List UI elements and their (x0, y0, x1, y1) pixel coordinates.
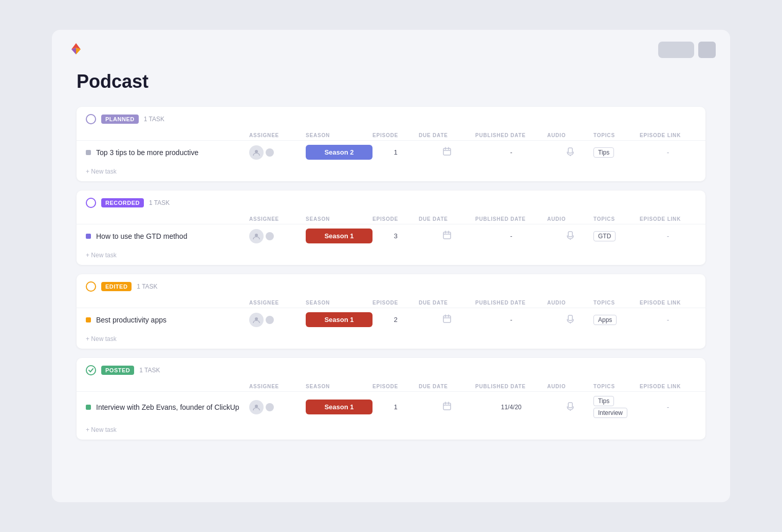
task-count-recorded: 1 TASK (149, 199, 170, 206)
col-header-due-date: DUE DATE (419, 132, 475, 138)
task-name-cell: Top 3 tips to be more productive (86, 148, 249, 157)
col-task-name (86, 384, 249, 389)
season-cell[interactable]: Season 1 (306, 312, 373, 327)
col-header-season: SEASON (306, 384, 373, 389)
season-cell[interactable]: Season 2 (306, 145, 373, 160)
section-edited: EDITED 1 TASK ASSIGNEESEASONEPISODEDUE D… (77, 274, 705, 349)
section-header-recorded: RECORDED 1 TASK (77, 191, 705, 208)
svg-rect-12 (568, 232, 572, 237)
topic-tag: Tips (593, 147, 614, 158)
col-header-due-date: DUE DATE (419, 300, 475, 306)
season-badge[interactable]: Season 1 (306, 400, 373, 414)
main-content: Podcast PLANNED 1 TASK ASSIGNEESEASONEPI… (52, 66, 730, 469)
new-task-button[interactable]: + New task (77, 331, 705, 349)
audio-cell[interactable] (547, 147, 593, 158)
season-cell[interactable]: Season 1 (306, 400, 373, 414)
due-date-cell[interactable] (419, 402, 475, 413)
season-cell[interactable]: Season 1 (306, 229, 373, 243)
topic-tag: Interview (593, 408, 627, 418)
col-header-assignee: ASSIGNEE (249, 132, 306, 138)
task-name: Interview with Zeb Evans, founder of Cli… (96, 403, 239, 411)
status-circle-planned (86, 114, 96, 124)
task-name: Top 3 tips to be more productive (96, 148, 198, 157)
settings-icon (266, 232, 274, 240)
topic-tag: Apps (593, 315, 617, 325)
col-header-episode-link: EPISODE LINK (640, 132, 696, 138)
assignee-cell[interactable] (249, 145, 306, 160)
calendar-icon (442, 231, 452, 242)
col-header-episode-link: EPISODE LINK (640, 384, 696, 389)
episode-link-cell: - (640, 148, 696, 157)
task-dot (86, 317, 91, 322)
calendar-icon (442, 402, 452, 413)
table-row: How to use the GTD method Season 1 3 (77, 224, 705, 248)
svg-point-0 (255, 150, 258, 153)
col-header-season: SEASON (306, 300, 373, 306)
col-header-published-date: PUBLISHED DATE (475, 132, 547, 138)
assignee-cell[interactable] (249, 400, 306, 414)
svg-point-14 (255, 317, 258, 320)
assignee-cell[interactable] (249, 229, 306, 243)
status-circle-posted (86, 365, 96, 375)
col-header-audio: AUDIO (547, 216, 593, 222)
task-name-cell: Interview with Zeb Evans, founder of Cli… (86, 403, 249, 411)
new-task-button[interactable]: + New task (77, 248, 705, 265)
avatar (249, 145, 264, 160)
section-recorded: RECORDED 1 TASK ASSIGNEESEASONEPISODEDUE… (77, 191, 705, 265)
col-header-published-date: PUBLISHED DATE (475, 384, 547, 389)
col-task-name (86, 132, 249, 138)
col-header-topics: TOPICS (593, 300, 640, 306)
col-header-due-date: DUE DATE (419, 216, 475, 222)
published-date-cell: - (475, 233, 547, 240)
menu-icon-button[interactable] (698, 42, 716, 58)
status-circle-recorded (86, 198, 96, 208)
section-header-posted: POSTED 1 TASK (77, 358, 705, 375)
status-badge-recorded: RECORDED (101, 198, 144, 207)
due-date-cell[interactable] (419, 231, 475, 242)
task-count-edited: 1 TASK (137, 283, 157, 290)
due-date-cell[interactable] (419, 147, 475, 158)
col-header-audio: AUDIO (547, 300, 593, 306)
audio-cell[interactable] (547, 231, 593, 242)
task-name-cell: How to use the GTD method (86, 232, 249, 240)
status-badge-edited: EDITED (101, 282, 132, 291)
new-task-button[interactable]: + New task (77, 164, 705, 181)
season-badge[interactable]: Season 2 (306, 145, 373, 160)
task-name: Best productivity apps (96, 316, 166, 324)
due-date-cell[interactable] (419, 314, 475, 326)
col-header-season: SEASON (306, 216, 373, 222)
svg-rect-26 (568, 403, 572, 408)
sections-container: PLANNED 1 TASK ASSIGNEESEASONEPISODEDUE … (77, 107, 705, 440)
published-date-cell: - (475, 316, 547, 324)
col-header-episode: EPISODE (373, 384, 419, 389)
user-avatar-button[interactable] (658, 42, 694, 58)
task-dot (86, 234, 91, 239)
col-headers-edited: ASSIGNEESEASONEPISODEDUE DATEPUBLISHED D… (77, 296, 705, 308)
app-container: Podcast PLANNED 1 TASK ASSIGNEESEASONEPI… (52, 30, 730, 502)
episode-cell: 2 (373, 316, 419, 324)
svg-rect-5 (568, 148, 572, 153)
topic-tag: Tips (593, 396, 614, 406)
calendar-icon (442, 314, 452, 326)
task-name-cell: Best productivity apps (86, 316, 249, 324)
new-task-button[interactable]: + New task (77, 422, 705, 440)
col-task-name (86, 216, 249, 222)
episode-link-cell: - (640, 403, 696, 411)
svg-rect-8 (443, 232, 451, 239)
season-badge[interactable]: Season 1 (306, 312, 373, 327)
task-dot (86, 150, 91, 155)
season-badge[interactable]: Season 1 (306, 229, 373, 243)
col-header-topics: TOPICS (593, 132, 640, 138)
table-row: Top 3 tips to be more productive Season … (77, 140, 705, 164)
audio-cell[interactable] (547, 402, 593, 413)
svg-rect-19 (568, 315, 572, 320)
col-header-assignee: ASSIGNEE (249, 216, 306, 222)
col-header-audio: AUDIO (547, 132, 593, 138)
episode-cell: 3 (373, 232, 419, 240)
assignee-cell[interactable] (249, 313, 306, 327)
audio-icon (566, 231, 575, 242)
topics-cell: GTD (593, 231, 640, 241)
audio-cell[interactable] (547, 314, 593, 326)
top-bar-right (658, 42, 716, 58)
settings-icon (266, 148, 274, 157)
